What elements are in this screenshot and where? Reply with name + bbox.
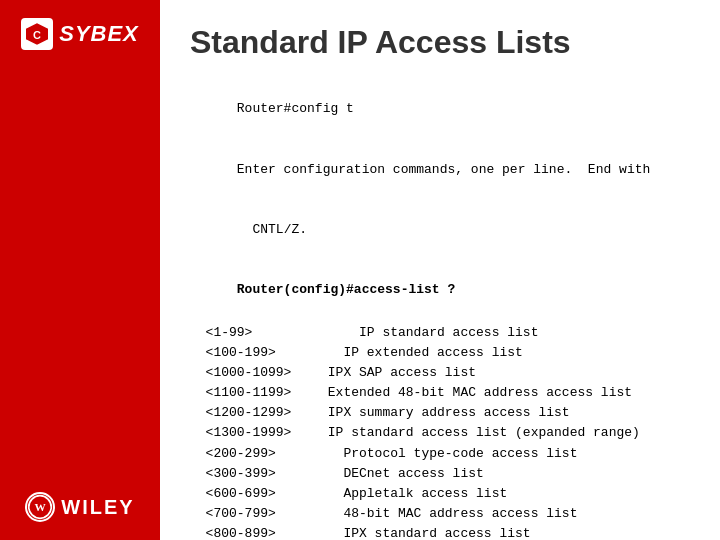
table-row: <600-699> Appletalk access list bbox=[190, 484, 690, 504]
access-list-cmd: Router(config)#access-list ? bbox=[237, 282, 455, 297]
sybex-logo: C SYBEX bbox=[21, 18, 139, 50]
page-title: Standard IP Access Lists bbox=[160, 0, 720, 79]
access-list-description: DECnet access list bbox=[320, 464, 484, 484]
table-row: <100-199> IP extended access list bbox=[190, 343, 690, 363]
access-list-number: <600-699> bbox=[190, 484, 320, 504]
access-list-number: <1000-1099> bbox=[190, 363, 320, 383]
table-row: <1300-1999> IP standard access list (exp… bbox=[190, 423, 690, 443]
svg-text:C: C bbox=[33, 29, 41, 41]
sidebar: C SYBEX W WILEY bbox=[0, 0, 160, 540]
access-list-description: IP standard access list (expanded range) bbox=[320, 423, 640, 443]
wiley-logo: W WILEY bbox=[25, 492, 134, 522]
access-list-number: <300-399> bbox=[190, 464, 320, 484]
access-list-description: 48-bit MAC address access list bbox=[320, 504, 577, 524]
code-line-2b: CNTL/Z. bbox=[190, 200, 690, 260]
access-list-number: <1200-1299> bbox=[190, 403, 320, 423]
access-list-number: <700-799> bbox=[190, 504, 320, 524]
table-row: <1100-1199> Extended 48-bit MAC address … bbox=[190, 383, 690, 403]
main-content: Standard IP Access Lists Router#config t… bbox=[160, 0, 720, 540]
table-row: <1000-1099> IPX SAP access list bbox=[190, 363, 690, 383]
access-list-number: <800-899> bbox=[190, 524, 320, 540]
enter-config-text: Enter configuration commands, one per li… bbox=[237, 162, 650, 177]
config-command: Router#config t bbox=[237, 101, 354, 116]
sybex-icon: C bbox=[21, 18, 53, 50]
table-row: <700-799> 48-bit MAC address access list bbox=[190, 504, 690, 524]
access-list-description: IPX summary address access list bbox=[320, 403, 570, 423]
cntlz-text: CNTL/Z. bbox=[237, 222, 307, 237]
access-list-description: Extended 48-bit MAC address access list bbox=[320, 383, 632, 403]
access-list-number: <1300-1999> bbox=[190, 423, 320, 443]
access-list-description: Appletalk access list bbox=[320, 484, 507, 504]
access-list-description: IPX standard access list bbox=[320, 524, 531, 540]
access-list-number: <1-99> bbox=[190, 323, 320, 343]
wiley-emblem: W bbox=[25, 492, 55, 522]
code-line-3: Router(config)#access-list ? bbox=[190, 260, 690, 320]
access-list-description: Protocol type-code access list bbox=[320, 444, 577, 464]
table-row: <1200-1299> IPX summary address access l… bbox=[190, 403, 690, 423]
access-list-number: <1100-1199> bbox=[190, 383, 320, 403]
wiley-label: WILEY bbox=[61, 496, 134, 519]
sidebar-bottom: W WILEY bbox=[25, 492, 134, 522]
table-row: <200-299> Protocol type-code access list bbox=[190, 444, 690, 464]
svg-text:W: W bbox=[35, 501, 47, 513]
access-list-description: IP standard access list bbox=[320, 323, 538, 343]
sidebar-top: C SYBEX bbox=[21, 18, 139, 50]
table-row: <800-899> IPX standard access list bbox=[190, 524, 690, 540]
sybex-label: SYBEX bbox=[59, 21, 139, 47]
code-content: Router#config t Enter configuration comm… bbox=[160, 79, 720, 540]
access-list-table: <1-99> IP standard access list <100-199>… bbox=[190, 323, 690, 540]
table-row: <300-399> DECnet access list bbox=[190, 464, 690, 484]
code-line-1: Router#config t bbox=[190, 79, 690, 139]
access-list-description: IP extended access list bbox=[320, 343, 523, 363]
code-line-2: Enter configuration commands, one per li… bbox=[190, 139, 690, 199]
access-list-number: <100-199> bbox=[190, 343, 320, 363]
access-list-description: IPX SAP access list bbox=[320, 363, 476, 383]
access-list-number: <200-299> bbox=[190, 444, 320, 464]
table-row: <1-99> IP standard access list bbox=[190, 323, 690, 343]
